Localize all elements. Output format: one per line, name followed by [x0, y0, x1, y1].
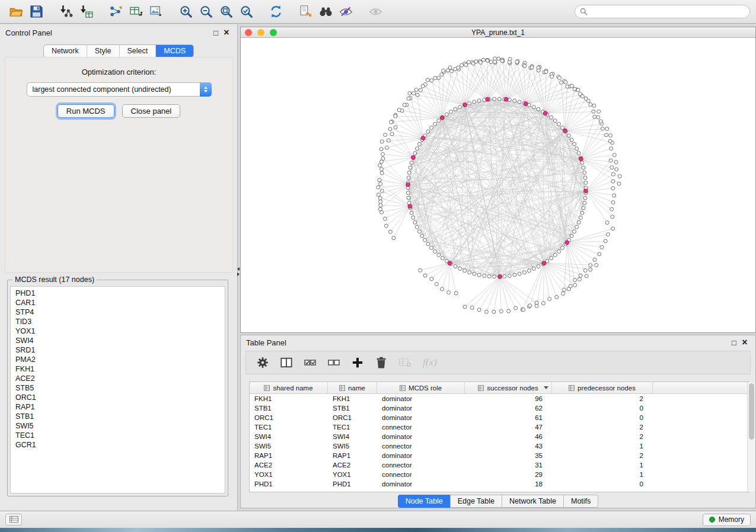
save-icon[interactable]	[26, 3, 46, 21]
import-table-file-icon[interactable]	[76, 3, 96, 21]
memory-button[interactable]: Memory	[703, 514, 751, 526]
table-row[interactable]: SWI4SWI4dominator462	[250, 432, 749, 441]
close-panel-icon[interactable]: ×	[221, 27, 232, 38]
float-table-panel-icon[interactable]: □	[729, 338, 739, 347]
table-header-row: shared namenameMCDS rolesuccessor nodesp…	[250, 382, 749, 394]
table-vertical-scrollbar[interactable]	[747, 382, 755, 492]
zoom-fit-icon[interactable]	[216, 3, 236, 21]
table-row[interactable]: RAP1RAP1dominator352	[250, 451, 749, 460]
select-all-icon[interactable]	[304, 357, 316, 368]
mcds-result-item[interactable]: ORC1	[11, 393, 225, 402]
split-panel-icon[interactable]	[280, 357, 292, 368]
cell-name: STB1	[328, 405, 377, 412]
column-header-MCDS-role[interactable]: MCDS role	[377, 382, 465, 393]
cell-name: RAP1	[328, 452, 377, 459]
window-zoom-icon[interactable]	[270, 29, 277, 36]
window-close-icon[interactable]	[245, 29, 252, 36]
tab-edge-table[interactable]: Edge Table	[450, 495, 502, 508]
mcds-result-item[interactable]: PMA2	[11, 355, 225, 364]
binoculars-icon[interactable]	[315, 3, 336, 21]
run-mcds-button[interactable]: Run MCDS	[58, 104, 114, 118]
import-network-file-icon[interactable]	[56, 3, 76, 21]
table-row[interactable]: FKH1FKH1dominator962	[250, 394, 749, 403]
cell-role: dominator	[377, 452, 465, 459]
column-header-shared-name[interactable]: shared name	[250, 382, 328, 393]
search-box[interactable]	[575, 5, 750, 18]
search-input[interactable]	[591, 8, 745, 16]
splitter-handle[interactable]	[236, 265, 240, 277]
zoom-selected-icon[interactable]	[236, 3, 256, 21]
cell-successors: 31	[465, 462, 552, 469]
refresh-view-icon[interactable]	[266, 3, 286, 21]
cell-name: SWI5	[328, 443, 377, 450]
open-folder-icon[interactable]	[6, 3, 26, 21]
mcds-result-item[interactable]: CAR1	[11, 298, 225, 307]
criterion-select[interactable]: largest connected component (undirected)	[27, 82, 212, 97]
clear-table-icon	[399, 357, 411, 368]
scrollbar-thumb[interactable]	[749, 383, 754, 440]
mcds-result-item[interactable]: STP4	[11, 307, 225, 317]
mcds-result-item[interactable]: SWI4	[11, 336, 225, 345]
control-panel: Control Panel □ × NetworkStyleSelectMCDS…	[0, 24, 238, 511]
cell-predecessors: 1	[552, 443, 653, 450]
mcds-result-item[interactable]: TEC1	[11, 431, 225, 440]
mcds-result-item[interactable]: SRD1	[11, 345, 225, 355]
table-row[interactable]: ORC1ORC1dominator610	[250, 413, 749, 422]
tab-select[interactable]: Select	[120, 45, 157, 57]
mcds-result-list[interactable]: PHD1CAR1STP4TID3YOX1SWI4SRD1PMA2FKH1ACE2…	[10, 286, 225, 493]
mcds-result-item[interactable]: STB1	[11, 412, 225, 421]
zoom-in-icon[interactable]	[176, 3, 196, 21]
network-window-titlebar[interactable]: YPA_prune.txt_1	[241, 27, 755, 38]
gear-icon[interactable]	[257, 357, 269, 368]
mcds-result-item[interactable]: ACE2	[11, 374, 225, 383]
memory-status-icon	[709, 517, 715, 523]
tab-motifs[interactable]: Motifs	[563, 495, 598, 508]
add-row-icon[interactable]	[352, 357, 363, 368]
cell-shared-name: SWI5	[250, 443, 328, 450]
status-bar: Memory	[0, 511, 756, 528]
trash-icon[interactable]	[375, 357, 387, 368]
search-icon	[580, 8, 588, 15]
mcds-result-item[interactable]: SWI5	[11, 421, 225, 431]
tab-network-table[interactable]: Network Table	[502, 495, 563, 508]
column-header-name[interactable]: name	[328, 382, 377, 393]
unselect-all-icon[interactable]	[328, 357, 340, 368]
eye-icon[interactable]	[365, 3, 385, 21]
tab-style[interactable]: Style	[87, 45, 120, 57]
export-table-icon[interactable]	[126, 3, 146, 21]
cell-successors: 47	[465, 424, 552, 431]
mcds-result-groupbox: MCDS result (17 nodes) PHD1CAR1STP4TID3Y…	[7, 275, 228, 496]
tab-node-table[interactable]: Node Table	[398, 495, 450, 508]
mcds-result-item[interactable]: STB5	[11, 383, 225, 393]
export-network-icon[interactable]	[106, 3, 126, 21]
mcds-result-item[interactable]: TID3	[11, 317, 225, 326]
export-image-icon[interactable]	[146, 3, 166, 21]
show-panels-button[interactable]	[5, 514, 22, 525]
tab-mcds[interactable]: MCDS	[156, 45, 193, 57]
window-minimize-icon[interactable]	[257, 29, 264, 36]
sort-chevron-icon[interactable]	[544, 386, 548, 389]
table-row[interactable]: ACE2ACE2connector311	[250, 460, 749, 470]
mcds-result-item[interactable]: FKH1	[11, 364, 225, 374]
clone-network-icon[interactable]	[295, 3, 315, 21]
cell-name: PHD1	[328, 480, 377, 488]
column-header-successor-nodes[interactable]: successor nodes	[465, 382, 552, 393]
table-row[interactable]: STB1STB1dominator620	[250, 403, 749, 413]
zoom-out-icon[interactable]	[196, 3, 216, 21]
mcds-result-item[interactable]: GCR1	[11, 440, 225, 450]
list-icon	[9, 516, 18, 523]
mcds-result-item[interactable]: RAP1	[11, 402, 225, 412]
mcds-result-item[interactable]: PHD1	[11, 289, 225, 298]
network-canvas[interactable]	[241, 39, 755, 332]
tab-network[interactable]: Network	[44, 45, 87, 57]
table-row[interactable]: YOX1YOX1connector291	[250, 470, 749, 479]
table-row[interactable]: PHD1PHD1dominator180	[250, 479, 749, 489]
float-panel-icon[interactable]: □	[210, 28, 221, 37]
close-panel-button[interactable]: Close panel	[122, 104, 181, 118]
marker-eye-icon[interactable]	[336, 3, 356, 21]
mcds-result-item[interactable]: YOX1	[11, 326, 225, 336]
table-row[interactable]: SWI5SWI5connector431	[250, 441, 749, 451]
table-row[interactable]: TEC1TEC1connector472	[250, 422, 749, 432]
close-table-panel-icon[interactable]: ×	[739, 337, 750, 348]
column-header-predecessor-nodes[interactable]: predecessor nodes	[552, 382, 653, 393]
